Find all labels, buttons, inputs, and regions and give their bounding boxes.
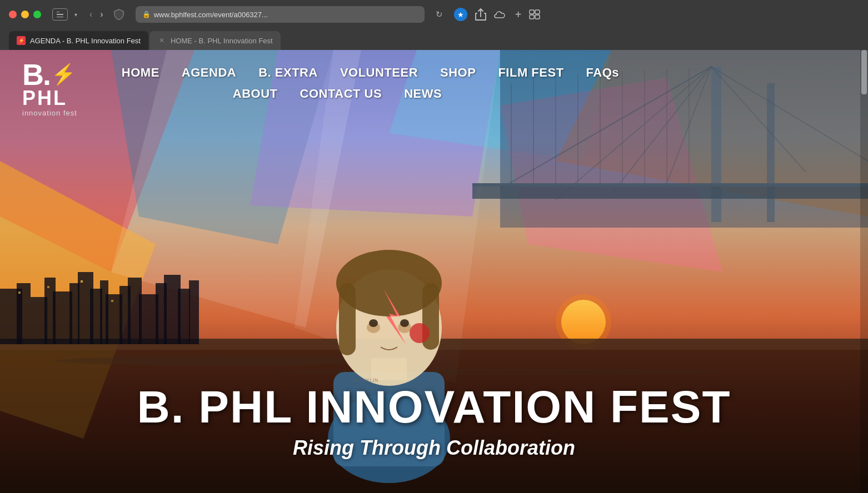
back-button[interactable]: ‹	[86, 8, 96, 21]
maximize-button[interactable]	[33, 11, 41, 18]
cloud-button[interactable]	[494, 10, 507, 19]
svg-point-74	[400, 319, 409, 327]
svg-rect-44	[53, 291, 72, 344]
logo-tagline: innovation fest	[22, 109, 77, 117]
nav-shop[interactable]: SHOP	[440, 66, 476, 80]
tab-home[interactable]: ✕ HOME - B. PHL Innovation Fest	[149, 31, 281, 50]
svg-rect-55	[178, 289, 190, 344]
traffic-lights	[9, 11, 41, 18]
nav-b-extra[interactable]: B. EXTRA	[258, 66, 318, 80]
svg-rect-66	[339, 283, 356, 355]
svg-rect-59	[81, 280, 83, 283]
nav-row-1: HOME AGENDA B. EXTRA VOLUNTEER SHOP FILM…	[122, 66, 619, 80]
new-tab-button[interactable]: +	[515, 8, 522, 21]
sidebar-toggle-icon	[57, 12, 63, 17]
svg-rect-58	[47, 286, 49, 288]
svg-rect-52	[139, 294, 158, 344]
tabs-bar: ⚡ AGENDA - B. PHL Innovation Fest ✕ HOME…	[0, 29, 868, 50]
nav-news[interactable]: NEWS	[404, 87, 442, 101]
hero-title: B. PHL INNOVATION FEST	[0, 384, 868, 430]
tab-agenda[interactable]: ⚡ AGENDA - B. PHL Innovation Fest	[9, 31, 148, 50]
svg-rect-24	[472, 183, 868, 187]
nav-home[interactable]: HOME	[122, 66, 159, 80]
tab-favicon-agenda: ⚡	[17, 36, 26, 45]
tab-label-home: HOME - B. PHL Innovation Fest	[171, 37, 273, 45]
minimize-button[interactable]	[21, 11, 29, 18]
browser-chrome: ▾ ‹ › 🔒 www.bphlfest.com/event/a006327..…	[0, 0, 868, 50]
svg-rect-60	[111, 300, 113, 302]
svg-rect-3	[535, 15, 540, 19]
site-logo[interactable]: B . ⚡ PHL innovation fest	[22, 61, 77, 117]
tab-overview-button[interactable]	[529, 9, 540, 19]
sidebar-toggle-button[interactable]	[52, 8, 68, 21]
address-bar[interactable]: 🔒 www.bphlfest.com/event/a006327...	[136, 6, 425, 23]
nav-links: HOME AGENDA B. EXTRA VOLUNTEER SHOP FILM…	[122, 61, 619, 108]
logo-dot: .	[43, 61, 50, 88]
svg-point-73	[369, 319, 378, 327]
hero-subtitle: Rising Through Collaboration	[0, 436, 868, 460]
nav-faqs[interactable]: FAQs	[586, 66, 619, 80]
svg-rect-57	[18, 291, 21, 294]
logo-b: B	[22, 61, 43, 88]
svg-rect-2	[530, 15, 534, 19]
svg-rect-0	[530, 10, 534, 14]
svg-rect-56	[189, 280, 199, 344]
share-button[interactable]	[475, 8, 486, 21]
nav-contact-us[interactable]: CONTACT US	[300, 87, 382, 101]
lightning-icon: ⚡	[51, 66, 75, 83]
forward-button[interactable]: ›	[97, 8, 106, 21]
close-button[interactable]	[9, 11, 17, 18]
website-content: FRANKLIN B . ⚡ PHL innovation fest HOME …	[0, 50, 868, 493]
lock-icon: 🔒	[142, 11, 151, 18]
bookmarks-button[interactable]: ★	[454, 8, 467, 21]
navigation-arrows: ‹ ›	[86, 8, 107, 21]
site-navigation: B . ⚡ PHL innovation fest HOME AGENDA B.…	[0, 50, 868, 128]
url-text: www.bphlfest.com/event/a006327...	[154, 11, 418, 19]
nav-row-2: ABOUT CONTACT US NEWS	[122, 87, 619, 101]
nav-film-fest[interactable]: FILM FEST	[498, 66, 563, 80]
nav-about[interactable]: ABOUT	[233, 87, 278, 101]
browser-toolbar: ★ +	[454, 8, 541, 21]
nav-agenda[interactable]: AGENDA	[182, 66, 236, 80]
hero-text-section: B. PHL INNOVATION FEST Rising Through Co…	[0, 384, 868, 460]
shield-icon	[113, 8, 124, 21]
tab-close-home[interactable]: ✕	[157, 36, 166, 45]
svg-point-38	[56, 356, 389, 365]
tab-label-agenda: AGENDA - B. PHL Innovation Fest	[30, 37, 141, 45]
svg-rect-1	[535, 10, 540, 14]
title-bar: ▾ ‹ › 🔒 www.bphlfest.com/event/a006327..…	[0, 0, 868, 29]
nav-volunteer[interactable]: VOLUNTEER	[340, 66, 418, 80]
logo-phl: PHL	[22, 88, 77, 108]
reload-button[interactable]: ↻	[436, 9, 443, 19]
svg-point-72	[410, 323, 430, 343]
chevron-down-icon[interactable]: ▾	[74, 12, 77, 18]
